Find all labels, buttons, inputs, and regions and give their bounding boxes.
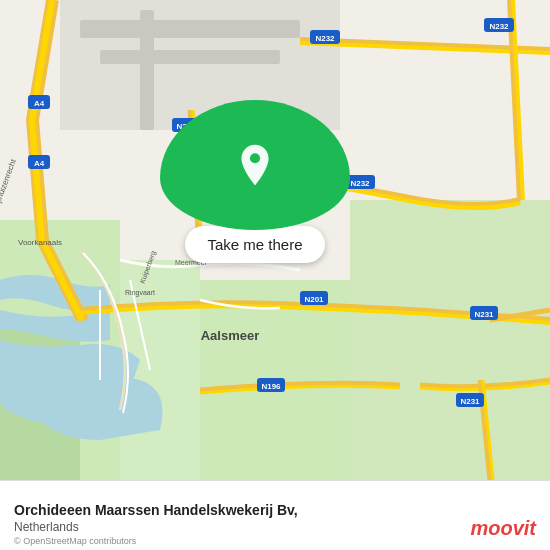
take-me-there-button[interactable]: Take me there xyxy=(185,226,324,263)
svg-text:Ringvaart: Ringvaart xyxy=(125,289,155,297)
marker-blob xyxy=(160,100,350,230)
svg-point-37 xyxy=(250,153,260,163)
map-container: A4 A4 N232 N232 N232 N201 N201 N231 N196… xyxy=(0,0,550,480)
moovit-logo: moovit xyxy=(470,517,536,540)
svg-text:A4: A4 xyxy=(34,99,45,108)
svg-text:Aalsmeer: Aalsmeer xyxy=(201,328,260,343)
svg-rect-7 xyxy=(80,20,300,38)
svg-rect-4 xyxy=(350,200,550,480)
place-name: Orchideeen Maarssen Handelskwekerij Bv, xyxy=(14,502,536,518)
svg-rect-8 xyxy=(100,50,280,64)
svg-text:A4: A4 xyxy=(34,159,45,168)
svg-text:N201: N201 xyxy=(304,295,324,304)
svg-text:N231: N231 xyxy=(460,397,480,406)
svg-text:N232: N232 xyxy=(315,34,335,43)
place-country: Netherlands xyxy=(14,520,536,534)
svg-text:N232: N232 xyxy=(489,22,509,31)
map-marker-area: Take me there xyxy=(155,100,355,263)
footer: Orchideeen Maarssen Handelskwekerij Bv, … xyxy=(0,480,550,550)
map-attribution: © OpenStreetMap contributors xyxy=(14,536,136,546)
svg-rect-9 xyxy=(140,10,154,130)
svg-text:N196: N196 xyxy=(261,382,281,391)
svg-text:Voorkanaals: Voorkanaals xyxy=(18,238,62,247)
location-pin-icon xyxy=(233,143,277,187)
svg-text:N231: N231 xyxy=(474,310,494,319)
